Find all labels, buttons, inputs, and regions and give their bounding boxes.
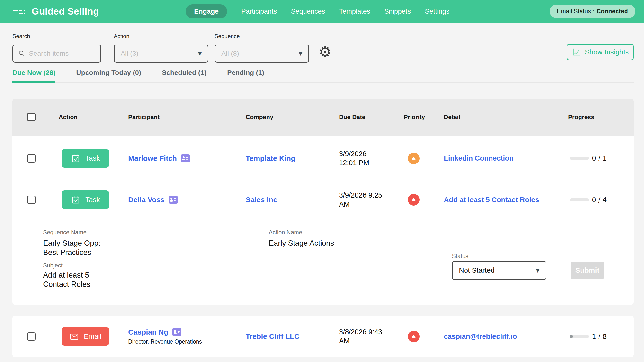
table-row: Task Delia Voss Sales Inc 3/9/2026 9:25 … [12, 181, 634, 218]
contact-card-icon[interactable] [168, 196, 178, 204]
action-filter: Action All (3) ▼ [114, 33, 208, 62]
subject-value: Add at least 5 Contact Roles [43, 270, 112, 289]
table-row: Task Marlowe Fitch Template King 3/9/202… [12, 136, 634, 181]
search-input[interactable] [29, 50, 96, 58]
row-checkbox[interactable] [27, 332, 36, 340]
select-all-checkbox[interactable] [27, 113, 36, 121]
detail-link[interactable]: Add at least 5 Contact Roles [444, 196, 539, 204]
email-detail-link[interactable]: caspian@treblecliff.io [444, 332, 517, 340]
due-date: 3/8/2026 9:43 AM [339, 328, 385, 346]
participant-link[interactable]: Marlowe Fitch [128, 154, 177, 162]
search-icon [18, 49, 26, 58]
column-header-progress: Progress [568, 114, 634, 121]
tab-upcoming-today[interactable]: Upcoming Today (0) [76, 69, 141, 83]
email-status-value: Connected [596, 8, 628, 15]
email-button-label: Email [84, 332, 102, 340]
task-check-icon [71, 154, 80, 163]
nav-tab-templates[interactable]: Templates [339, 8, 370, 15]
priority-medium-icon [408, 152, 420, 164]
detail-link[interactable]: Linkedin Connection [444, 154, 514, 162]
email-button[interactable]: Email [62, 327, 109, 346]
submit-button[interactable]: Submit [570, 262, 604, 279]
tab-scheduled[interactable]: Scheduled (1) [162, 69, 206, 83]
row-checkbox[interactable] [27, 154, 36, 162]
status-select[interactable]: Not Started ▼ [452, 261, 546, 280]
nav-tabs: Engage Participants Sequences Templates … [186, 0, 450, 22]
progress-bar [570, 335, 589, 338]
table-header-row: Action Participant Company Due Date Prio… [12, 98, 634, 136]
show-insights-label: Show Insights [585, 48, 629, 56]
company-link[interactable]: Template King [246, 154, 295, 162]
action-filter-select[interactable]: All (3) ▼ [114, 44, 208, 62]
progress-indicator: 0 / 4 [570, 196, 607, 204]
progress-indicator: 0 / 1 [570, 154, 607, 162]
tab-pending[interactable]: Pending (1) [227, 69, 264, 83]
action-name-label: Action Name [269, 229, 302, 236]
column-header-detail: Detail [444, 114, 568, 121]
progress-label: 1 / 8 [592, 333, 607, 340]
table-row-card: Email Caspian Ng Director, Revenue Opera… [12, 316, 634, 358]
progress-indicator: 1 / 8 [570, 333, 607, 340]
settings-gear-icon[interactable]: ⚙ [316, 42, 334, 61]
chevron-down-icon: ▼ [299, 51, 302, 56]
tab-due-now[interactable]: Due Now (28) [12, 69, 56, 83]
nav-tab-engage[interactable]: Engage [186, 4, 227, 18]
priority-high-icon [408, 330, 420, 342]
status-label: Status [452, 253, 468, 260]
sequence-name-value: Early Stage Opp: Best Practices [43, 239, 112, 257]
nav-tab-settings[interactable]: Settings [425, 8, 450, 15]
envelope-icon [69, 332, 79, 341]
chevron-down-icon: ▼ [536, 268, 540, 273]
table-row: Email Caspian Ng Director, Revenue Opera… [12, 316, 634, 358]
sequence-filter-select[interactable]: All (8) ▼ [214, 44, 309, 62]
task-button[interactable]: Task [62, 149, 109, 168]
nav-tab-participants[interactable]: Participants [241, 8, 277, 15]
status-value: Not Started [459, 266, 495, 274]
show-insights-button[interactable]: Show Insights [567, 44, 634, 60]
company-link[interactable]: Sales Inc [246, 196, 277, 204]
task-button-label: Task [85, 154, 100, 162]
row-checkbox[interactable] [27, 196, 36, 204]
task-button[interactable]: Task [62, 190, 109, 209]
nav-tab-sequences[interactable]: Sequences [291, 8, 325, 15]
app-title: Guided Selling [32, 6, 99, 17]
due-date: 3/9/2026 9:25 AM [339, 191, 385, 209]
participant-title: Director, Revenue Operations [128, 338, 202, 345]
action-filter-label: Action [114, 33, 208, 40]
brand-icon [13, 8, 27, 15]
priority-high-icon [408, 194, 420, 206]
contact-card-icon[interactable] [172, 328, 182, 336]
contact-card-icon[interactable] [181, 154, 190, 162]
action-filter-value: All (3) [121, 50, 138, 58]
task-check-icon [71, 195, 80, 204]
participant-link[interactable]: Caspian Ng [128, 328, 168, 336]
view-tabs: Due Now (28) Upcoming Today (0) Schedule… [12, 69, 634, 83]
search-field: Search [12, 33, 101, 62]
progress-label: 0 / 1 [592, 154, 607, 162]
email-status-badge[interactable]: Email Status : Connected [550, 4, 635, 18]
column-header-due-date: Due Date [339, 114, 402, 121]
company-link[interactable]: Treble Cliff LLC [246, 332, 300, 340]
progress-label: 0 / 4 [592, 196, 607, 204]
column-header-priority: Priority [402, 114, 444, 121]
progress-bar [570, 198, 589, 202]
search-label: Search [12, 33, 101, 40]
sequence-filter-value: All (8) [221, 50, 239, 58]
app-logo[interactable]: Guided Selling [13, 0, 99, 22]
task-button-label: Task [85, 196, 100, 204]
nav-tab-snippets[interactable]: Snippets [384, 8, 411, 15]
sequence-filter-label: Sequence [214, 33, 309, 40]
chart-line-icon [572, 47, 581, 57]
column-header-action: Action [58, 114, 128, 121]
row-expanded-panel: Sequence Name Early Stage Opp: Best Prac… [12, 218, 634, 305]
action-name-value: Early Stage Actions [269, 239, 334, 248]
top-nav: Guided Selling Engage Participants Seque… [0, 0, 644, 22]
participant-link[interactable]: Delia Voss [128, 196, 165, 204]
engage-table-card: Action Participant Company Due Date Prio… [12, 98, 634, 305]
progress-bar [570, 157, 589, 160]
column-header-company: Company [246, 114, 339, 121]
chevron-down-icon: ▼ [198, 51, 202, 56]
due-date: 3/9/2026 12:01 PM [339, 149, 385, 168]
sequence-name-label: Sequence Name [43, 229, 86, 236]
email-status-label: Email Status : [557, 8, 594, 15]
